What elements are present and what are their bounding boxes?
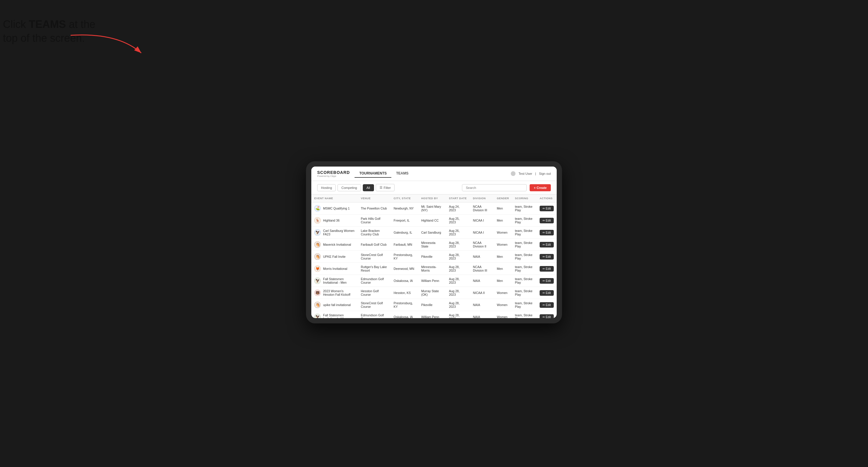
cell-venue: Edmundson Golf Course (358, 311, 391, 318)
team-icon-symbol: 🐴 (315, 243, 320, 247)
nav-teams[interactable]: TEAMS (391, 169, 413, 178)
cell-event-name: 🦅 Fall Statesmen Invitational - Women (311, 311, 358, 318)
cell-start-date: Aug 25, 2023 (446, 215, 470, 226)
team-icon: 🦊 (314, 266, 321, 272)
team-icon: 🦌 (314, 217, 321, 224)
separator: | (535, 172, 536, 176)
cell-venue: Lake Bracken Country Club (358, 226, 391, 239)
cell-city-state: Oskaloosa, IA (391, 311, 418, 318)
cell-venue: Ruttger's Bay Lake Resort (358, 263, 391, 275)
cell-venue: StoneCrest Golf Course (358, 299, 391, 311)
logo-subtitle: Powered by Clippi (317, 175, 350, 178)
cell-hosted-by: Mt. Saint Mary (NY) (418, 203, 446, 215)
cell-start-date: Aug 28, 2023 (446, 299, 470, 311)
cell-gender: Men (494, 203, 512, 215)
event-name-text: MSMC Qualifying 1 (323, 207, 349, 210)
cell-start-date: Aug 26, 2023 (446, 226, 470, 239)
cell-scoring: team, Stroke Play (512, 203, 537, 215)
team-icon: 🐴 (314, 253, 321, 260)
edit-button[interactable]: ✏ Edit (539, 230, 554, 236)
logo-area: SCOREBOARD Powered by Clippi (317, 170, 350, 178)
gear-icon[interactable] (511, 171, 516, 176)
cell-start-date: Aug 24, 2023 (446, 203, 470, 215)
team-icon: ⛳ (314, 205, 321, 212)
cell-venue: Park Hills Golf Course (358, 215, 391, 226)
tab-hosting[interactable]: Hosting (317, 184, 336, 191)
cell-actions: ✏ Edit (537, 215, 557, 226)
instruction-line1: Click TEAMS at the (3, 18, 95, 30)
col-city-state: CITY, STATE (391, 194, 418, 203)
tab-competing[interactable]: Competing (338, 184, 361, 191)
event-name-text: Fall Statesmen Invitational - Women (323, 313, 355, 318)
team-icon-symbol: 🐴 (315, 303, 320, 307)
cell-division: NCAA Division II (470, 239, 494, 251)
edit-button[interactable]: ✏ Edit (539, 314, 554, 318)
cell-venue: Faribault Golf Club (358, 239, 391, 251)
cell-scoring: team, Stroke Play (512, 251, 537, 263)
col-venue: VENUE (358, 194, 391, 203)
table-row: 🐴 upike fall invitational StoneCrest Gol… (311, 299, 557, 311)
cell-venue: Edmundson Golf Course (358, 275, 391, 287)
edit-button[interactable]: ✏ Edit (539, 242, 554, 247)
table-row: 🐻 2023 Women's Hesston Fall Kickoff Hess… (311, 287, 557, 299)
nav-right: Test User | Sign out (511, 171, 551, 176)
tablet-screen: SCOREBOARD Powered by Clippi TOURNAMENTS… (311, 166, 557, 318)
table-header-row: EVENT NAME VENUE CITY, STATE HOSTED BY S… (311, 194, 557, 203)
cell-scoring: team, Stroke Play (512, 287, 537, 299)
cell-start-date: Aug 28, 2023 (446, 239, 470, 251)
edit-button[interactable]: ✏ Edit (539, 206, 554, 211)
cell-start-date: Aug 28, 2023 (446, 311, 470, 318)
event-name-text: Maverick Invitational (323, 243, 351, 246)
cell-division: NAIA (470, 311, 494, 318)
team-icon: 🦅 (314, 229, 321, 236)
table-row: ⛳ MSMC Qualifying 1 The Powelton Club Ne… (311, 203, 557, 215)
cell-hosted-by: William Penn (418, 311, 446, 318)
cell-scoring: team, Stroke Play (512, 263, 537, 275)
tournaments-table-container: EVENT NAME VENUE CITY, STATE HOSTED BY S… (311, 194, 557, 318)
cell-division: NICAA I (470, 215, 494, 226)
cell-hosted-by: Carl Sandburg (418, 226, 446, 239)
create-button[interactable]: + Create (530, 184, 551, 191)
col-event-name: EVENT NAME (311, 194, 358, 203)
team-icon-symbol: ⛳ (315, 206, 320, 210)
cell-city-state: Prestonsburg, KY (391, 299, 418, 311)
cell-actions: ✏ Edit (537, 263, 557, 275)
cell-actions: ✏ Edit (537, 275, 557, 287)
cell-hosted-by: Murray State (OK) (418, 287, 446, 299)
cell-gender: Women (494, 287, 512, 299)
edit-button[interactable]: ✏ Edit (539, 218, 554, 223)
sign-out-link[interactable]: Sign out (539, 172, 551, 176)
event-name-text: upike fall invitational (323, 303, 351, 307)
instruction-text: Click TEAMS at the top of the screen. (3, 18, 95, 45)
team-icon-symbol: 🦅 (315, 279, 320, 283)
edit-button[interactable]: ✏ Edit (539, 290, 554, 296)
cell-scoring: team, Stroke Play (512, 239, 537, 251)
cell-start-date: Aug 28, 2023 (446, 251, 470, 263)
edit-button[interactable]: ✏ Edit (539, 266, 554, 272)
team-icon: 🦅 (314, 314, 321, 318)
filter-button[interactable]: ☰ Filter (376, 184, 395, 191)
event-name-text: UPKE Fall Invite (323, 255, 345, 258)
col-scoring: SCORING (512, 194, 537, 203)
tournaments-table: EVENT NAME VENUE CITY, STATE HOSTED BY S… (311, 194, 557, 318)
cell-hosted-by: Minnesota-Morris (418, 263, 446, 275)
cell-scoring: team, Stroke Play (512, 275, 537, 287)
edit-button[interactable]: ✏ Edit (539, 254, 554, 259)
tab-all[interactable]: All (363, 184, 374, 191)
edit-button[interactable]: ✏ Edit (539, 302, 554, 308)
event-name-text: Highland 36 (323, 219, 340, 222)
cell-gender: Men (494, 215, 512, 226)
team-icon: 🐴 (314, 302, 321, 308)
cell-actions: ✏ Edit (537, 287, 557, 299)
cell-actions: ✏ Edit (537, 239, 557, 251)
nav-tournaments[interactable]: TOURNAMENTS (354, 169, 391, 178)
cell-gender: Women (494, 226, 512, 239)
team-icon: 🐴 (314, 241, 321, 248)
team-icon-symbol: 🦅 (315, 230, 320, 235)
search-input[interactable] (462, 184, 527, 191)
cell-actions: ✏ Edit (537, 203, 557, 215)
edit-button[interactable]: ✏ Edit (539, 278, 554, 284)
filter-icon: ☰ (379, 186, 382, 189)
cell-division: NCAA Division III (470, 263, 494, 275)
cell-actions: ✏ Edit (537, 299, 557, 311)
